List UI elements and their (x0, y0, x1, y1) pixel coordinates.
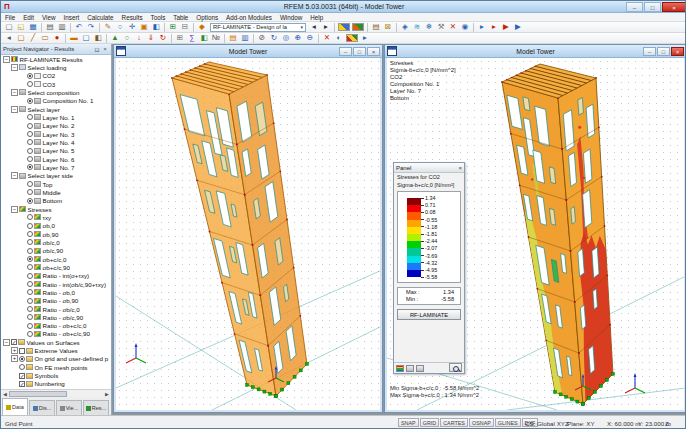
tree-item-layer-no-3[interactable]: Layer No. 3 (1, 130, 111, 138)
tree-item-layer-no-5[interactable]: Layer No. 5 (1, 147, 111, 155)
tree-item-symbols[interactable]: ✓Symbols (1, 371, 111, 379)
icon-loads-display[interactable] (338, 23, 350, 31)
mdi-minimize-button[interactable]: – (339, 47, 352, 56)
mdi-restore-button[interactable]: □ (353, 47, 366, 56)
icon-zoom[interactable]: ○ (114, 22, 126, 32)
tree-item-ratio-b-c-c-90[interactable]: Ratio - σb+c/c,90 (1, 330, 111, 338)
icon-mesh[interactable]: ⊞ (174, 33, 186, 43)
tree-item-ratio-int-xy[interactable]: Ratio - int(σ+τxy) (1, 272, 111, 280)
collapse-icon[interactable]: − (3, 339, 10, 346)
title-bar[interactable]: Π RFEM 5.03.0031 (64bit) - Model Tower –… (1, 1, 686, 13)
icon-info[interactable]: ◉ (459, 22, 471, 32)
radio-bottom[interactable] (27, 198, 33, 204)
color-scale[interactable]: 1.340.710.08-0.55-1.18-1.81-2.44-3.07-3.… (397, 191, 461, 283)
tree-item-values-on-surfaces[interactable]: −✓Values on Surfaces (1, 338, 111, 346)
collapse-icon[interactable]: − (11, 89, 18, 96)
radio-b-c-90[interactable] (27, 248, 33, 254)
tree-item-select-loading[interactable]: −Select loading (1, 63, 111, 71)
maximize-button[interactable]: □ (644, 2, 661, 12)
tree-item-b-c-90[interactable]: σb/c,90 (1, 247, 111, 255)
radio-b-c-0[interactable] (27, 239, 33, 245)
icon-opening[interactable]: ▢ (80, 33, 92, 43)
tree-item-layer-no-6[interactable]: Layer No. 6 (1, 155, 111, 163)
panel-close-icon[interactable]: × (458, 165, 462, 171)
icon-section[interactable]: ⊘ (256, 33, 268, 43)
expand-icon[interactable]: + (11, 347, 18, 354)
icon-run-red[interactable]: ▶ (500, 22, 512, 32)
tree-item-b-c-c-0[interactable]: σb+c/c,0 (1, 255, 111, 263)
toggle-snap[interactable]: SNAP (398, 418, 419, 427)
tree-item-xy[interactable]: τxy (1, 213, 111, 221)
radio-layer-no-4[interactable] (27, 139, 33, 145)
tree-item-extreme-values[interactable]: +Extreme Values (1, 346, 111, 354)
mdi-minimize-button[interactable]: – (643, 47, 656, 56)
icon-delete-results[interactable]: ✕ (321, 33, 333, 43)
icon-save[interactable]: ▦ (27, 22, 39, 32)
scroll-right-icon[interactable]: ▶ (103, 391, 111, 397)
expand-icon[interactable]: + (11, 355, 18, 362)
icon-print[interactable]: ▤ (44, 22, 56, 32)
icon-colors[interactable] (346, 34, 358, 42)
icon-support[interactable]: ▲ (109, 33, 121, 43)
tree-item-ratio-int-b-c-90-xy[interactable]: Ratio - int(σb/c,90+τxy) (1, 280, 111, 288)
icon-tables[interactable]: ⊞ (167, 22, 179, 32)
tree-item-co3[interactable]: CO3 (1, 80, 111, 88)
icon-render[interactable]: ▣ (138, 22, 150, 32)
icon-printout[interactable]: ▤ (370, 22, 382, 32)
checkbox-values-on-surfaces[interactable]: ✓ (11, 339, 17, 345)
radio-on-grid-and-user-defined-p[interactable] (19, 356, 25, 362)
radio-ratio-int-b-c-90-xy[interactable] (27, 281, 33, 287)
tree-item-ratio-b-c-90[interactable]: Ratio - σb/c,90 (1, 313, 111, 321)
menu-add-on-modules[interactable]: Add-on Modules (222, 13, 276, 22)
icon-pointer[interactable]: ◂ (3, 33, 15, 43)
tree-item-on-fe-mesh-points[interactable]: On FE mesh points (1, 363, 111, 371)
tree-item-b-c-c-90[interactable]: σb+c/c,90 (1, 263, 111, 271)
radio-ratio-b-c-90[interactable] (27, 314, 33, 320)
radio-ratio-b-c-c-0[interactable] (27, 323, 33, 329)
icon-results-display[interactable] (352, 23, 364, 31)
icon-load-area[interactable]: ⇓ (145, 33, 157, 43)
menu-view[interactable]: View (38, 13, 60, 22)
radio-b-c-c-90[interactable] (27, 264, 33, 270)
radio-layer-no-7[interactable] (27, 164, 33, 170)
icon-delete[interactable]: ✕ (447, 22, 459, 32)
model-window-left-titlebar[interactable]: Model Tower – □ × (114, 45, 382, 58)
checkbox-numbering[interactable]: ✓ (19, 381, 25, 387)
icon-zoom-fit[interactable]: ◎ (280, 33, 292, 43)
radio-co2[interactable] (27, 73, 33, 79)
radio-layer-no-2[interactable] (27, 123, 33, 129)
viewport-left[interactable] (116, 58, 380, 410)
results-panel[interactable]: Panel × Stresses for CO2 Sigma-b+c/c,0 [… (393, 162, 465, 374)
radio-layer-no-3[interactable] (27, 131, 33, 137)
model-tower-3d-view[interactable] (116, 58, 380, 410)
icon-flag-blue[interactable]: ▸ (476, 22, 488, 32)
scroll-thumb[interactable] (9, 391, 67, 397)
pin-icon[interactable]: ⊡ (93, 46, 101, 53)
tree-item-b-90[interactable]: σb,90 (1, 230, 111, 238)
icon-print-preview[interactable]: ▥ (56, 22, 68, 32)
icon-legend[interactable]: ▥ (239, 33, 251, 43)
tab-res[interactable]: Res... (83, 400, 109, 415)
icon-run-blue[interactable]: ▶ (512, 22, 524, 32)
display-factors-tab-icon[interactable] (406, 365, 414, 372)
radio-ratio-b-90[interactable] (27, 298, 33, 304)
collapse-icon[interactable]: − (11, 64, 18, 71)
menu-tools[interactable]: Tools (147, 13, 170, 22)
tree-item-middle[interactable]: Middle (1, 188, 111, 196)
icon-panel-toggle[interactable]: ▤ (227, 33, 239, 43)
color-scale-tab-icon[interactable] (396, 365, 404, 372)
tree-item-select-composition[interactable]: −Select composition (1, 88, 111, 96)
icon-case-prev[interactable]: ◂ (308, 22, 320, 32)
icon-snow[interactable]: ❄ (423, 22, 435, 32)
icon-generate[interactable]: ◈ (399, 22, 411, 32)
icon-open[interactable]: ◱ (15, 22, 27, 32)
menu-calculate[interactable]: Calculate (83, 13, 117, 22)
radio-ratio-int-xy[interactable] (27, 273, 33, 279)
tree-item-layer-no-7[interactable]: Layer No. 7 (1, 163, 111, 171)
tree-item-b-c-0[interactable]: σb/c,0 (1, 238, 111, 246)
toggle-glines[interactable]: GLINES (495, 418, 521, 427)
tree-item-ratio-b-0[interactable]: Ratio - σb,0 (1, 288, 111, 296)
menu-results[interactable]: Results (118, 13, 147, 22)
radio-ratio-b-0[interactable] (27, 289, 33, 295)
tree-item-on-grid-and-user-defined-p[interactable]: +On grid and user-defined p (1, 355, 111, 363)
